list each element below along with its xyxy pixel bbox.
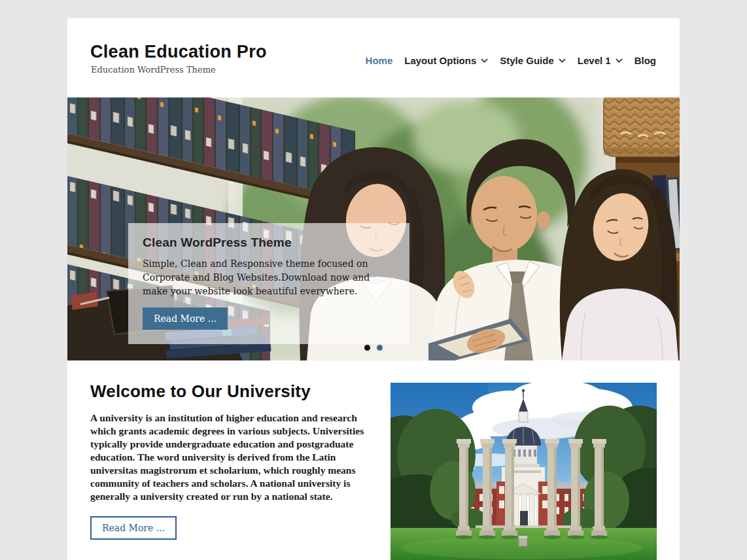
slider-pagination xyxy=(67,343,680,352)
nav-item-layout-options[interactable]: Layout Options xyxy=(404,55,488,66)
slide-caption-panel: Clean WordPress Theme Simple, Clean and … xyxy=(128,223,409,344)
featured-image xyxy=(391,383,657,560)
nav-label: Home xyxy=(366,55,393,66)
site-title[interactable]: Clean Education Pro xyxy=(90,42,267,62)
nav-item-level-1[interactable]: Level 1 xyxy=(578,55,623,66)
nav-item-home[interactable]: Home xyxy=(366,55,393,66)
read-more-button[interactable]: Read More ... xyxy=(90,516,177,540)
chevron-down-icon[interactable] xyxy=(616,58,623,63)
section-heading: Welcome to Our University xyxy=(90,381,385,402)
nav-item-blog[interactable]: Blog xyxy=(634,55,656,66)
slider-dot-1[interactable] xyxy=(363,343,372,352)
section-paragraph: A university is an institution of higher… xyxy=(90,411,385,503)
slide-text: Simple, Clean and Responsive theme focus… xyxy=(143,257,395,298)
hero-slider: Clean WordPress Theme Simple, Clean and … xyxy=(67,97,680,360)
nav-label: Style Guide xyxy=(500,55,554,66)
site-tagline: Education WordPress Theme xyxy=(91,65,267,75)
slide-title: Clean WordPress Theme xyxy=(143,236,395,250)
stone-marker xyxy=(519,536,527,546)
nav-item-style-guide[interactable]: Style Guide xyxy=(500,55,566,66)
main-nav: Home Layout Options Style Guide Level 1 … xyxy=(366,55,656,66)
site-page: Clean Education Pro Education WordPress … xyxy=(67,18,680,560)
nav-label: Layout Options xyxy=(404,55,476,66)
slide-read-more-button[interactable]: Read More ... xyxy=(143,307,228,330)
site-header: Clean Education Pro Education WordPress … xyxy=(67,18,680,97)
nav-label: Blog xyxy=(634,55,656,66)
nav-label: Level 1 xyxy=(578,55,611,66)
site-branding: Clean Education Pro Education WordPress … xyxy=(90,42,267,75)
welcome-section: Welcome to Our University A university i… xyxy=(67,360,680,560)
slider-dot-2[interactable] xyxy=(375,343,384,352)
chevron-down-icon[interactable] xyxy=(559,58,566,63)
university-photo xyxy=(391,383,657,560)
chevron-down-icon[interactable] xyxy=(481,58,488,63)
welcome-text-column: Welcome to Our University A university i… xyxy=(90,380,385,560)
